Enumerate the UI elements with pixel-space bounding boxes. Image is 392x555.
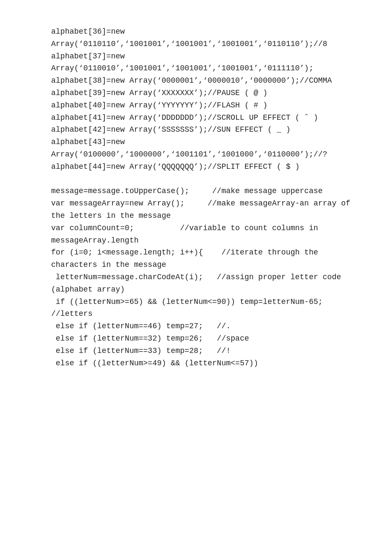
code-content: alphabet[36]=new Array(‘0110110’,‘100100… <box>51 26 358 369</box>
